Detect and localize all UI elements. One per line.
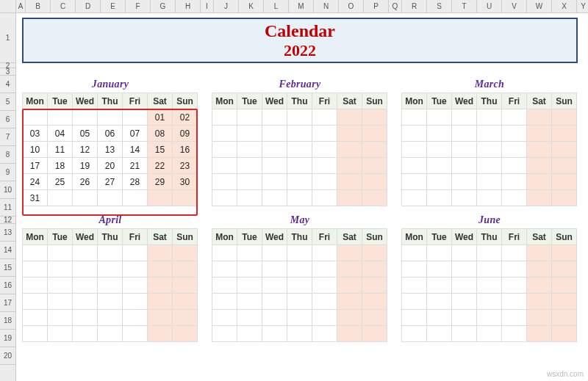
day-cell[interactable]: 12 xyxy=(73,142,98,158)
day-cell[interactable]: 13 xyxy=(98,142,123,158)
day-cell[interactable] xyxy=(312,142,337,158)
day-cell[interactable] xyxy=(527,158,552,174)
day-cell[interactable] xyxy=(477,174,502,190)
day-cell[interactable] xyxy=(337,326,362,342)
day-cell[interactable] xyxy=(262,142,287,158)
day-cell[interactable] xyxy=(287,245,312,261)
day-cell[interactable] xyxy=(402,277,427,294)
row-7[interactable]: 7 xyxy=(0,128,15,146)
day-cell[interactable] xyxy=(237,109,262,126)
day-cell[interactable] xyxy=(362,326,387,342)
day-cell[interactable] xyxy=(73,326,98,342)
day-cell[interactable] xyxy=(237,261,262,277)
day-cell[interactable] xyxy=(73,190,98,206)
col-G[interactable]: G xyxy=(151,0,176,12)
day-cell[interactable] xyxy=(48,109,73,126)
day-cell[interactable] xyxy=(427,190,452,206)
day-cell[interactable] xyxy=(362,277,387,294)
day-cell[interactable] xyxy=(527,245,552,261)
day-cell[interactable] xyxy=(262,277,287,294)
col-E[interactable]: E xyxy=(101,0,126,12)
day-cell[interactable] xyxy=(262,174,287,190)
day-cell[interactable] xyxy=(337,142,362,158)
day-cell[interactable] xyxy=(237,158,262,174)
day-cell[interactable] xyxy=(402,310,427,326)
day-cell[interactable] xyxy=(527,326,552,342)
day-cell[interactable] xyxy=(477,109,502,126)
day-cell[interactable] xyxy=(402,245,427,261)
day-cell[interactable] xyxy=(552,294,577,310)
day-cell[interactable]: 29 xyxy=(148,174,173,190)
day-cell[interactable] xyxy=(312,158,337,174)
col-N[interactable]: N xyxy=(314,0,339,12)
day-cell[interactable] xyxy=(48,261,73,277)
day-cell[interactable] xyxy=(552,174,577,190)
day-cell[interactable] xyxy=(362,310,387,326)
day-cell[interactable] xyxy=(148,294,173,310)
day-cell[interactable] xyxy=(287,158,312,174)
col-C[interactable]: C xyxy=(51,0,76,12)
day-cell[interactable] xyxy=(287,109,312,126)
day-cell[interactable]: 07 xyxy=(123,126,148,142)
day-cell[interactable] xyxy=(552,126,577,142)
day-cell[interactable] xyxy=(287,126,312,142)
day-cell[interactable] xyxy=(98,277,123,294)
day-cell[interactable] xyxy=(402,294,427,310)
day-cell[interactable] xyxy=(212,190,237,206)
day-cell[interactable] xyxy=(212,126,237,142)
day-cell[interactable] xyxy=(337,158,362,174)
day-cell[interactable] xyxy=(427,158,452,174)
col-U[interactable]: U xyxy=(477,0,502,12)
day-cell[interactable] xyxy=(502,158,527,174)
day-cell[interactable]: 03 xyxy=(23,126,48,142)
day-cell[interactable] xyxy=(552,310,577,326)
day-cell[interactable] xyxy=(527,190,552,206)
day-cell[interactable] xyxy=(312,310,337,326)
day-cell[interactable] xyxy=(312,190,337,206)
day-cell[interactable] xyxy=(312,261,337,277)
day-cell[interactable] xyxy=(48,190,73,206)
day-cell[interactable] xyxy=(287,294,312,310)
day-cell[interactable] xyxy=(502,126,527,142)
day-cell[interactable] xyxy=(402,109,427,126)
day-cell[interactable] xyxy=(237,326,262,342)
day-cell[interactable] xyxy=(362,109,387,126)
day-cell[interactable] xyxy=(48,277,73,294)
day-cell[interactable] xyxy=(552,261,577,277)
day-cell[interactable] xyxy=(502,326,527,342)
day-cell[interactable] xyxy=(262,126,287,142)
day-cell[interactable] xyxy=(48,310,73,326)
day-cell[interactable] xyxy=(337,126,362,142)
col-Y[interactable]: Y xyxy=(577,0,588,12)
day-cell[interactable] xyxy=(23,294,48,310)
col-T[interactable]: T xyxy=(452,0,477,12)
day-cell[interactable] xyxy=(527,142,552,158)
day-cell[interactable] xyxy=(48,245,73,261)
day-cell[interactable] xyxy=(402,142,427,158)
day-cell[interactable] xyxy=(362,142,387,158)
day-cell[interactable] xyxy=(427,310,452,326)
day-cell[interactable] xyxy=(312,294,337,310)
day-cell[interactable]: 27 xyxy=(98,174,123,190)
col-M[interactable]: M xyxy=(289,0,314,12)
day-cell[interactable] xyxy=(98,310,123,326)
day-cell[interactable] xyxy=(212,142,237,158)
day-cell[interactable] xyxy=(502,294,527,310)
row-12[interactable]: 12 xyxy=(0,217,15,224)
col-H[interactable]: H xyxy=(176,0,201,12)
day-cell[interactable] xyxy=(402,190,427,206)
day-cell[interactable]: 24 xyxy=(23,174,48,190)
day-cell[interactable] xyxy=(98,245,123,261)
day-cell[interactable] xyxy=(312,109,337,126)
day-cell[interactable] xyxy=(262,245,287,261)
day-cell[interactable]: 25 xyxy=(48,174,73,190)
row-13[interactable]: 13 xyxy=(0,224,15,242)
day-cell[interactable] xyxy=(502,142,527,158)
day-cell[interactable] xyxy=(173,294,198,310)
day-cell[interactable] xyxy=(502,245,527,261)
col-K[interactable]: K xyxy=(239,0,264,12)
day-cell[interactable] xyxy=(173,326,198,342)
day-cell[interactable] xyxy=(552,109,577,126)
day-cell[interactable] xyxy=(452,261,477,277)
day-cell[interactable] xyxy=(452,109,477,126)
